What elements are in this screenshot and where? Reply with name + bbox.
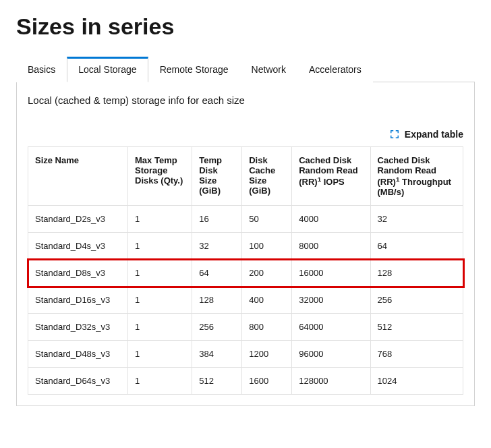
cell-cache: 50 — [242, 206, 292, 233]
col-cached-rr-throughput: Cached Disk Random Read (RR)1 Throughput… — [370, 147, 463, 206]
table-header-row: Size Name Max Temp Storage Disks (Qty.) … — [28, 147, 463, 206]
cell-tp: 256 — [370, 287, 463, 314]
tabs: BasicsLocal StorageRemote StorageNetwork… — [16, 56, 475, 82]
table-row: Standard_D32s_v3125680064000512 — [28, 314, 463, 341]
tab-accelerators[interactable]: Accelerators — [297, 57, 373, 82]
cell-qty: 1 — [128, 368, 192, 395]
cell-name: Standard_D8s_v3 — [28, 260, 128, 287]
table-row: Standard_D64s_v3151216001280001024 — [28, 368, 463, 395]
col-cached-rr-iops: Cached Disk Random Read (RR)1 IOPS — [292, 147, 370, 206]
cell-tp: 128 — [370, 260, 463, 287]
cell-cache: 1600 — [242, 368, 292, 395]
cell-name: Standard_D32s_v3 — [28, 314, 128, 341]
cell-cache: 1200 — [242, 341, 292, 368]
cell-qty: 1 — [128, 233, 192, 260]
cell-cache: 200 — [242, 260, 292, 287]
local-storage-panel: Local (cached & temp) storage info for e… — [16, 82, 475, 406]
cell-iops: 64000 — [292, 314, 370, 341]
cell-tp: 64 — [370, 233, 463, 260]
cell-tp: 768 — [370, 341, 463, 368]
cell-tp: 32 — [370, 206, 463, 233]
cell-tmp: 384 — [192, 341, 242, 368]
cell-cache: 800 — [242, 314, 292, 341]
cell-iops: 8000 — [292, 233, 370, 260]
table-row: Standard_D4s_v3132100800064 — [28, 233, 463, 260]
cell-cache: 400 — [242, 287, 292, 314]
table-row: Standard_D8s_v316420016000128 — [28, 260, 463, 287]
cell-tmp: 16 — [192, 206, 242, 233]
cell-cache: 100 — [242, 233, 292, 260]
table-row: Standard_D16s_v3112840032000256 — [28, 287, 463, 314]
tab-network[interactable]: Network — [240, 57, 297, 82]
cell-name: Standard_D16s_v3 — [28, 287, 128, 314]
cell-tp: 1024 — [370, 368, 463, 395]
table-row: Standard_D2s_v311650400032 — [28, 206, 463, 233]
cell-tp: 512 — [370, 314, 463, 341]
expand-icon — [390, 130, 399, 139]
table-row: Standard_D48s_v31384120096000768 — [28, 341, 463, 368]
panel-description: Local (cached & temp) storage info for e… — [28, 94, 463, 106]
tab-basics[interactable]: Basics — [16, 57, 67, 82]
expand-table-label: Expand table — [405, 129, 463, 140]
cell-name: Standard_D48s_v3 — [28, 341, 128, 368]
cell-name: Standard_D4s_v3 — [28, 233, 128, 260]
cell-iops: 128000 — [292, 368, 370, 395]
cell-iops: 32000 — [292, 287, 370, 314]
expand-table-button[interactable]: Expand table — [28, 129, 463, 140]
cell-qty: 1 — [128, 260, 192, 287]
cell-tmp: 32 — [192, 233, 242, 260]
tab-local-storage[interactable]: Local Storage — [67, 57, 148, 82]
col-max-temp-disks: Max Temp Storage Disks (Qty.) — [128, 147, 192, 206]
cell-tmp: 256 — [192, 314, 242, 341]
cell-qty: 1 — [128, 314, 192, 341]
cell-qty: 1 — [128, 341, 192, 368]
cell-iops: 4000 — [292, 206, 370, 233]
col-temp-disk-size: Temp Disk Size (GiB) — [192, 147, 242, 206]
page-title: Sizes in series — [16, 13, 475, 40]
col-size-name: Size Name — [28, 147, 128, 206]
cell-iops: 96000 — [292, 341, 370, 368]
cell-tmp: 128 — [192, 287, 242, 314]
tab-remote-storage[interactable]: Remote Storage — [148, 57, 240, 82]
sizes-table: Size Name Max Temp Storage Disks (Qty.) … — [28, 146, 463, 395]
cell-iops: 16000 — [292, 260, 370, 287]
cell-name: Standard_D2s_v3 — [28, 206, 128, 233]
cell-tmp: 64 — [192, 260, 242, 287]
cell-tmp: 512 — [192, 368, 242, 395]
cell-name: Standard_D64s_v3 — [28, 368, 128, 395]
cell-qty: 1 — [128, 206, 192, 233]
col-disk-cache-size: Disk Cache Size (GiB) — [242, 147, 292, 206]
cell-qty: 1 — [128, 287, 192, 314]
